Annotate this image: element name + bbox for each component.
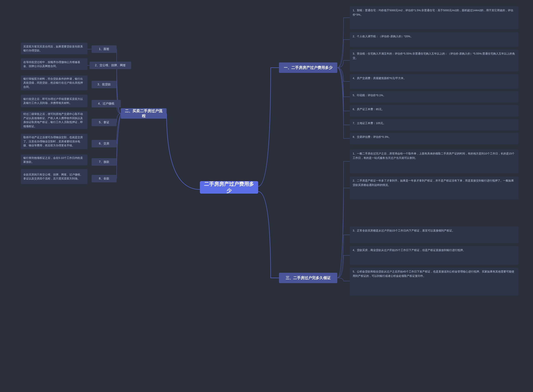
desc-step4-text: 银行批贷之后，即可办理过户手续需要买卖双方以及银行工作人员到场，并携带相关材料。	[23, 97, 85, 105]
info-q1: 1、一般二手房在过完户之后，房管局会给一个取件单，上面有具体的领取二手房房产证的…	[350, 149, 519, 173]
step4-label: 4、过户缴税	[98, 102, 114, 106]
info-r3: 3、营业税：住宅购入不满五年的：评估价*5.55%;非普通住宅购入五年以上的：（…	[350, 50, 519, 71]
info-r4-text: 4、房产交易费：房屋建筑面积*6元/平方米。	[353, 76, 406, 81]
info-r8: 8、交易评估费：评估价*0.3%。	[350, 133, 519, 144]
step7-node: 7、放款	[92, 158, 117, 166]
info-q2-text: 2、二手房是产权证一年多了才拿到手。如果是一年多才拿到产权证，并不是产权证没有下…	[353, 179, 515, 187]
info-r6-text: 6、房产证工本费：85元。	[353, 107, 384, 112]
info-r7: 7、土地证工本费：105元。	[350, 119, 519, 131]
central-node: 二手房房产过户费用多少	[200, 181, 258, 194]
info-r1-text: 1、契税：普通住宅：均价低于5000元/m2，评估价*1.5%;非普通住宅：高于…	[353, 8, 515, 17]
l1-node-sec2: 二、买卖二手房过户流程	[121, 108, 167, 119]
step8-label: 8、全款	[99, 177, 109, 181]
desc-step5: 经过二级审批之后，便可到房地产交易中心取不动产证以及他项权证。产权人本人携带收件…	[21, 111, 87, 129]
desc-step1: 买卖双方签完买卖合同后，如果需要贷款首先联系银行办理贷款。	[21, 43, 87, 54]
info-r7-text: 7、土地证工本费：105元。	[353, 121, 386, 126]
step7-label: 7、放款	[99, 160, 109, 164]
step8-node: 8、全款	[92, 175, 117, 182]
info-r5-text: 5、印花税：评估价*0.1%。	[353, 93, 386, 98]
desc-step2-text: 在等待批贷过程中，按顺序办理缴纳公共维修基金、挂牌公示以及网签合同。	[23, 60, 85, 68]
step2-node: 2、交公维、挂牌、网签	[89, 62, 131, 69]
info-q2: 2、二手房是产权证一年多了才拿到手。如果是一年多才拿到产权证，并不是产权证没有下…	[350, 177, 519, 199]
info-r1: 1、契税：普通住宅：均价低于5000元/m2，评估价*1.5%;非普通住宅：高于…	[350, 6, 519, 29]
step2-label: 2、交公维、挂牌、网签	[95, 64, 126, 67]
mindmap-container: 二手房房产过户费用多少 一、二手房房产过户费用多少 二、买卖二手房过户流程 三、…	[0, 0, 533, 392]
info-q3: 3、正常全款买房都是从过户开始15个工作日内下产权证，甚至可以直接领到产权证。	[350, 227, 519, 243]
desc-step3: 银行审核双方材料，符合贷款条件的申请，银行出具批贷函，同意贷款，然后银行在过户前…	[21, 75, 87, 90]
step3-label: 3、批贷款	[98, 83, 111, 86]
info-q4: 4、贷款买房，商业贷款从过户开始25个工作日下产权证，但是产权证直接放到银行进行…	[350, 246, 519, 265]
sec2-label: 二、买卖二手房过户流程	[124, 108, 163, 118]
desc-step5-text: 经过二级审批之后，便可到房地产交易中心取不动产证以及他项权证。产权人本人携带收件…	[23, 112, 85, 128]
step5-label: 5、拿证	[99, 121, 109, 124]
step1-node: 1、面签	[92, 45, 117, 53]
info-r5: 5、印花税：评估价*0.1%。	[350, 91, 519, 103]
info-q3-text: 3、正常全款买房都是从过户开始15个工作日内下产权证，甚至可以直接领到产权证。	[353, 229, 455, 233]
step3-node: 3、批贷款	[92, 81, 117, 88]
step5-node: 5、拿证	[92, 119, 117, 126]
desc-step3-text: 银行审核双方材料，符合贷款条件的申请，银行出具批贷函，同意贷款，然后银行在过户前…	[23, 77, 85, 89]
l1-node-sec1: 一、二手房房产过户费用多少	[279, 62, 337, 73]
info-q5-text: 5、公积金贷款和组合贷款从过户之后开始45个工作日下发产权证，也是直接送到公积金…	[353, 270, 515, 278]
info-q5: 5、公积金贷款和组合贷款从过户之后开始45个工作日下发产权证，也是直接送到公积金…	[350, 267, 519, 296]
desc-step6: 取得不动产证之后便可办理物业交割，也就是交房了。注意在办理物业交割时，卖房者要结…	[21, 134, 87, 149]
sec3-label: 三、二手房过户完多久领证	[286, 275, 331, 280]
desc-step6-text: 取得不动产证之后便可办理物业交割，也就是交房了。注意在办理物业交割时，卖房者要结…	[23, 135, 85, 148]
desc-step1-text: 买卖双方签完买卖合同后，如果需要贷款首先联系银行办理贷款。	[23, 45, 85, 53]
sec1-label: 一、二手房房产过户费用多少	[284, 65, 332, 70]
desc-step4: 银行批贷之后，即可办理过户手续需要买卖双方以及银行工作人员到场，并携带相关材料。	[21, 95, 87, 107]
info-q1-text: 1、一般二手房在过完户之后，房管局会给一个取件单，上面有具体的领取二手房房产证的…	[353, 152, 515, 160]
info-q4-text: 4、贷款买房，商业贷款从过户开始25个工作日下产权证，但是产权证直接放到银行进行…	[353, 248, 466, 252]
l1-node-sec3: 三、二手房过户完多久领证	[279, 273, 337, 283]
info-r3-text: 3、营业税：住宅购入不满五年的：评估价*5.55%;非普通住宅购入五年以上的：（…	[353, 52, 515, 60]
desc-step7: 银行拿到他项权证之后，会在5-10个工作日内给卖家放款。	[21, 154, 87, 165]
central-label: 二手房房产过户费用多少	[204, 181, 254, 194]
desc-step2: 在等待批贷过程中，按顺序办理缴纳公共维修基金、挂牌公示以及网签合同。	[21, 58, 87, 70]
step6-label: 6、交房	[99, 142, 109, 145]
step6-node: 6、交房	[92, 140, 117, 147]
desc-step7-text: 银行拿到他项权证之后，会在5-10个工作日内给卖家放款。	[23, 156, 85, 164]
step1-label: 1、面签	[99, 47, 109, 51]
info-r6: 6、房产证工本费：85元。	[350, 105, 519, 117]
info-r4: 4、房产交易费：房屋建筑面积*6元/平方米。	[350, 74, 519, 89]
info-r2: 2、个人收入调节税：（评估价-原购入价）*20%。	[350, 32, 519, 47]
desc-step8-text: 全款买房则只有交公维、挂牌、网签、过户缴税、拿证以及交房四个流程，且只需买卖双方…	[23, 173, 85, 181]
step4-node: 4、过户缴税	[92, 100, 121, 107]
info-r2-text: 2、个人收入调节税：（评估价-原购入价）*20%。	[353, 34, 413, 39]
desc-step8: 全款买房则只有交公维、挂牌、网签、过户缴税、拿证以及交房四个流程，且只需买卖双方…	[21, 169, 87, 184]
info-r8-text: 8、交易评估费：评估价*0.3%。	[353, 135, 391, 139]
